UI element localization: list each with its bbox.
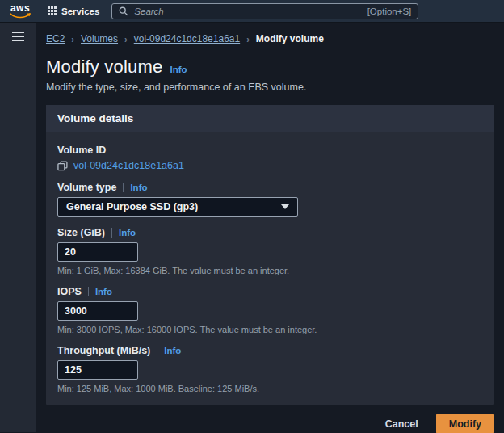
aws-logo-text: aws	[10, 4, 30, 13]
size-info-link[interactable]: Info	[119, 228, 136, 238]
breadcrumb-separator: ›	[71, 33, 74, 44]
breadcrumb: EC2 › Volumes › vol-09d24c1dc18e1a6a1 › …	[46, 33, 494, 44]
page-title: Modify volume	[46, 57, 162, 78]
main-content: EC2 › Volumes › vol-09d24c1dc18e1a6a1 › …	[36, 23, 504, 432]
aws-smile-icon	[10, 13, 31, 19]
cancel-button[interactable]: Cancel	[384, 414, 420, 433]
label-info-divider	[88, 287, 89, 296]
volume-id-field: Volume ID vol-09d24c1dc18e1a6a1	[57, 145, 483, 171]
search-shortcut-hint: [Option+S]	[368, 6, 412, 16]
iops-input[interactable]	[57, 301, 138, 321]
services-label: Services	[61, 6, 99, 16]
label-info-divider	[123, 183, 124, 192]
form-actions: Cancel Modify	[46, 414, 494, 433]
throughput-label: Throughput (MiB/s)	[57, 345, 150, 356]
menu-hamburger-icon[interactable]	[12, 32, 24, 41]
global-search-input[interactable]: Search [Option+S]	[111, 3, 418, 19]
page-description: Modify the type, size, and performance o…	[46, 82, 494, 93]
volume-id-link[interactable]: vol-09d24c1dc18e1a6a1	[74, 160, 184, 171]
throughput-info-link[interactable]: Info	[164, 346, 181, 355]
aws-logo[interactable]: aws	[8, 4, 32, 19]
volume-type-field: Volume type Info General Purpose SSD (gp…	[57, 182, 483, 216]
topbar-divider	[40, 5, 40, 18]
throughput-input[interactable]	[57, 360, 138, 380]
breadcrumb-link-ec2[interactable]: EC2	[46, 33, 65, 44]
panel-header-title: Volume details	[46, 105, 494, 132]
throughput-constraint-hint: Min: 125 MiB, Max: 1000 MiB. Baseline: 1…	[57, 384, 483, 393]
page-title-info-link[interactable]: Info	[170, 65, 187, 74]
breadcrumb-separator: ›	[124, 33, 128, 44]
iops-label: IOPS	[57, 286, 82, 297]
breadcrumb-link-volume-id[interactable]: vol-09d24c1dc18e1a6a1	[134, 33, 240, 44]
volume-type-selected-value: General Purpose SSD (gp3)	[66, 201, 198, 212]
volume-id-label: Volume ID	[57, 145, 106, 156]
size-input[interactable]	[57, 242, 138, 262]
size-field: Size (GiB) Info Min: 1 GiB, Max: 16384 G…	[57, 227, 483, 275]
size-label: Size (GiB)	[57, 227, 105, 238]
search-placeholder: Search	[134, 6, 361, 16]
volume-type-select[interactable]: General Purpose SSD (gp3)	[57, 197, 298, 216]
panel-body: Volume ID vol-09d24c1dc18e1a6a1	[46, 132, 494, 405]
label-info-divider	[111, 228, 112, 238]
iops-constraint-hint: Min: 3000 IOPS, Max: 16000 IOPS. The val…	[57, 325, 483, 334]
volume-type-info-link[interactable]: Info	[130, 183, 147, 192]
side-navigation	[0, 23, 36, 432]
label-info-divider	[157, 346, 158, 355]
modify-button[interactable]: Modify	[436, 414, 494, 433]
iops-field: IOPS Info Min: 3000 IOPS, Max: 16000 IOP…	[57, 286, 483, 334]
throughput-field: Throughput (MiB/s) Info Min: 125 MiB, Ma…	[57, 345, 483, 393]
volume-details-panel: Volume details Volume ID vo	[46, 105, 494, 405]
page-header: Modify volume Info Modify the type, size…	[46, 57, 494, 93]
breadcrumb-link-volumes[interactable]: Volumes	[81, 33, 118, 44]
volume-type-label: Volume type	[57, 182, 116, 193]
page-layout: EC2 › Volumes › vol-09d24c1dc18e1a6a1 › …	[0, 23, 504, 432]
top-navigation: aws Services Search [Option+S]	[0, 0, 504, 23]
search-icon	[119, 6, 128, 16]
size-constraint-hint: Min: 1 GiB, Max: 16384 GiB. The value mu…	[57, 266, 483, 275]
breadcrumb-current-page: Modify volume	[256, 33, 324, 44]
services-menu-button[interactable]: Services	[48, 6, 99, 16]
copy-icon[interactable]	[57, 161, 68, 171]
breadcrumb-separator: ›	[246, 33, 250, 44]
caret-down-icon	[281, 204, 289, 209]
iops-info-link[interactable]: Info	[95, 287, 112, 296]
services-grid-icon	[48, 6, 57, 15]
